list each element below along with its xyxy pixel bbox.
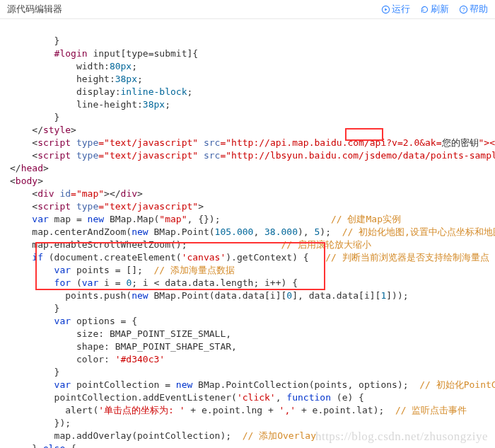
refresh-icon	[420, 5, 429, 14]
code-editor[interactable]: } #login input[type=submit]{ width:80px;…	[0, 19, 495, 448]
help-label: 帮助	[470, 3, 488, 16]
refresh-button[interactable]: 刷新	[420, 3, 449, 16]
toolbar: 源代码编辑器 运行 刷新 ? 帮助	[0, 0, 495, 19]
help-button[interactable]: ? 帮助	[459, 3, 488, 16]
svg-text:?: ?	[462, 6, 465, 12]
refresh-label: 刷新	[431, 3, 449, 16]
help-icon: ?	[459, 5, 468, 14]
play-icon	[381, 5, 390, 14]
editor-title: 源代码编辑器	[7, 3, 381, 16]
run-button[interactable]: 运行	[381, 3, 410, 16]
api-key-placeholder: 您的密钥	[442, 137, 479, 148]
run-label: 运行	[392, 3, 410, 16]
